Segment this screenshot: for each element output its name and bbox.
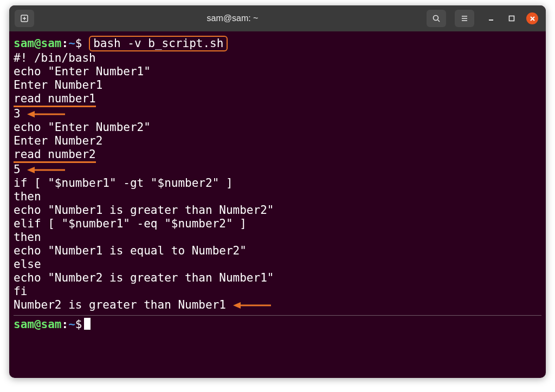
output-enter2: Enter Number2 xyxy=(14,134,541,148)
prompt-path: ~ xyxy=(68,37,75,50)
output-fi: fi xyxy=(14,285,541,298)
output-elif: elif [ "$number1" -eq "$number2" ] xyxy=(14,217,541,231)
search-icon xyxy=(432,14,441,23)
underlined-read1: read number1 xyxy=(14,92,96,107)
cursor xyxy=(84,318,91,330)
minimize-icon xyxy=(487,15,495,22)
result-text: Number2 is greater than Number1 xyxy=(14,298,226,311)
svg-point-1 xyxy=(434,16,438,21)
svg-rect-2 xyxy=(509,16,514,21)
output-enter1: Enter Number1 xyxy=(14,79,541,92)
input-2: 5 xyxy=(14,163,21,176)
output-echo1: echo "Enter Number1" xyxy=(14,65,541,79)
input-line-1: 3 xyxy=(14,107,541,121)
arrow-annotation-1 xyxy=(27,110,65,118)
close-icon xyxy=(526,12,538,24)
arrow-left-icon xyxy=(27,110,65,118)
output-read1: read number1 xyxy=(14,92,541,107)
terminal-body[interactable]: sam@sam:~$ bash -v b_script.sh #! /bin/b… xyxy=(9,31,546,378)
hamburger-icon xyxy=(460,14,469,23)
output-e-gt: echo "Number1 is greater than Number2" xyxy=(14,204,541,217)
window-title: sam@sam: ~ xyxy=(38,14,427,23)
output-then2: then xyxy=(14,231,541,244)
prompt-user: sam@sam xyxy=(14,37,62,50)
output-if: if [ "$number1" -gt "$number2" ] xyxy=(14,177,541,190)
prompt-colon: : xyxy=(62,37,69,50)
output-shebang: #! /bin/bash xyxy=(14,51,541,65)
prompt-line-2: sam@sam:~$ xyxy=(14,318,541,331)
input-1: 3 xyxy=(14,107,21,120)
titlebar: sam@sam: ~ xyxy=(9,5,546,31)
output-read2: read number2 xyxy=(14,148,541,163)
prompt-user: sam@sam xyxy=(14,318,62,331)
terminal-window: sam@sam: ~ xyxy=(9,5,546,378)
output-else: else xyxy=(14,258,541,271)
prompt-line-1: sam@sam:~$ bash -v b_script.sh xyxy=(14,36,541,51)
arrow-left-icon xyxy=(27,166,65,174)
arrow-annotation-2 xyxy=(27,166,65,174)
highlighted-command: bash -v b_script.sh xyxy=(93,37,223,50)
output-e-lt: echo "Number2 is greater than Number1" xyxy=(14,271,541,285)
input-line-2: 5 xyxy=(14,163,541,177)
menu-button[interactable] xyxy=(455,10,474,27)
output-echo2: echo "Enter Number2" xyxy=(14,121,541,134)
arrow-annotation-3 xyxy=(233,302,271,309)
output-then1: then xyxy=(14,190,541,204)
result-line: Number2 is greater than Number1 xyxy=(14,298,541,312)
prompt-dollar: $ xyxy=(75,37,82,50)
new-tab-icon xyxy=(20,14,29,23)
search-button[interactable] xyxy=(427,10,446,27)
arrow-left-icon xyxy=(233,302,271,309)
output-e-eq: echo "Number1 is equal to Number2" xyxy=(14,244,541,258)
maximize-button[interactable] xyxy=(504,10,520,27)
titlebar-right xyxy=(427,10,540,27)
prompt-path: ~ xyxy=(68,318,75,331)
minimize-button[interactable] xyxy=(483,10,499,27)
close-button[interactable] xyxy=(524,10,540,27)
separator-line xyxy=(14,315,541,316)
new-tab-button[interactable] xyxy=(15,10,34,27)
underlined-read2: read number2 xyxy=(14,148,96,163)
highlighted-command-box: bash -v b_script.sh xyxy=(89,36,228,51)
prompt-colon: : xyxy=(62,318,69,331)
maximize-icon xyxy=(508,15,515,22)
prompt-dollar: $ xyxy=(75,318,82,331)
